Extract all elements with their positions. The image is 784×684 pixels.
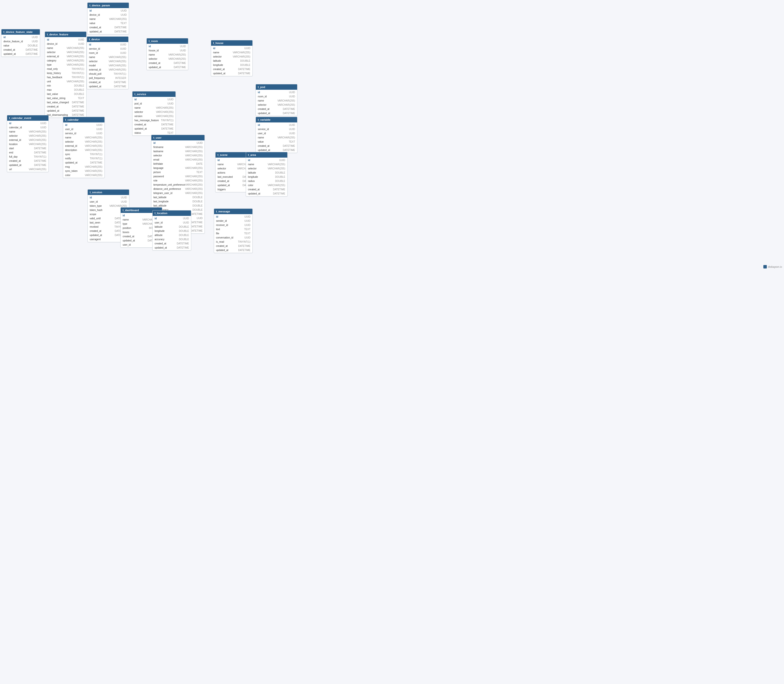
- table-row: created_atDATETIME: [256, 107, 297, 111]
- table-row: updated_atDATETIME: [132, 127, 175, 131]
- table-row: idUUID: [151, 141, 204, 145]
- column-name: user_id: [155, 221, 174, 224]
- column-name: min: [47, 84, 67, 87]
- column-type: VARCHAR(255): [185, 154, 203, 157]
- column-type: VARCHAR(255): [185, 150, 203, 153]
- column-name: name: [149, 53, 168, 56]
- column-name: device_feature_id: [3, 40, 23, 43]
- column-name: updated_at: [216, 248, 236, 252]
- column-name: updated_at: [213, 71, 233, 75]
- table-row: updated_atDATETIME: [45, 109, 86, 113]
- column-type: UUID: [111, 43, 126, 47]
- column-name: name: [89, 55, 109, 59]
- column-name: created_at: [217, 179, 237, 183]
- column-name: sync: [65, 152, 85, 156]
- column-name: updated_at: [258, 111, 277, 115]
- column-type: UUID: [69, 38, 84, 42]
- column-name: house_id: [149, 49, 168, 52]
- table-body-t_house: idUUIDnameVARCHAR(255)selectorVARCHAR(25…: [211, 46, 253, 76]
- column-name: service_id: [65, 132, 85, 135]
- column-name: created_at: [9, 159, 29, 163]
- column-type: UUID: [236, 215, 250, 219]
- column-type: DOUBLE: [174, 237, 189, 241]
- column-name: longitude: [155, 229, 174, 233]
- table-row: selectorVARCHAR(255): [151, 153, 204, 158]
- column-name: password: [153, 174, 173, 178]
- column-type: VARCHAR(255): [277, 99, 295, 103]
- column-name: room_id: [258, 95, 277, 98]
- table-row: selectorVARCHAR(255): [132, 110, 175, 114]
- table-header-t_house: t_house: [211, 40, 253, 46]
- column-type: DOUBLE: [236, 59, 250, 63]
- table-row: longitudeDOUBLE: [211, 63, 253, 67]
- column-type: VARCHAR(255): [233, 55, 250, 58]
- column-type: VARCHAR(255): [85, 169, 103, 173]
- table-row: updated_atDATETIME: [147, 65, 188, 69]
- column-name: name: [65, 136, 85, 139]
- column-type: DATETIME: [236, 244, 250, 248]
- column-type: DOUBLE: [270, 179, 285, 183]
- table-row: altitudeDOUBLE: [153, 233, 191, 237]
- column-name: created_at: [89, 81, 109, 84]
- table-t_device: t_deviceidUUIDservice_idUUIDroom_idUUIDn…: [87, 36, 129, 89]
- table-row: external_idVARCHAR(255): [63, 144, 105, 148]
- table-body-t_location: idUUIDuser_idUUIDlatitudeDOUBLElongitude…: [153, 216, 191, 250]
- column-name: user_id: [90, 200, 109, 203]
- column-name: id: [65, 123, 85, 127]
- column-name: id: [213, 47, 233, 50]
- column-type: VARCHAR(255): [67, 59, 84, 63]
- table-row: has_feedbackTINYINT(1): [45, 75, 86, 79]
- column-type: DOUBLE: [236, 63, 250, 67]
- column-type: TEXT: [236, 227, 250, 231]
- column-type: VARCHAR(255): [268, 167, 285, 170]
- column-type: UUID: [280, 132, 295, 135]
- column-name: actions: [217, 171, 237, 174]
- table-header-t_location: t_location: [153, 210, 191, 216]
- table-t_service: t_serviceidUUIDpod_idUUIDnameVARCHAR(255…: [132, 91, 176, 136]
- column-name: text: [216, 227, 236, 231]
- column-name: last_latitude: [153, 195, 173, 199]
- column-type: UUID: [88, 127, 103, 131]
- column-type: UUID: [88, 132, 103, 135]
- column-type: UUID: [280, 123, 295, 127]
- column-name: created_at: [258, 144, 277, 148]
- table-row: external_idVARCHAR(255): [87, 68, 128, 72]
- column-name: name: [47, 46, 67, 50]
- column-type: UUID: [23, 40, 38, 43]
- column-name: created_at: [134, 123, 154, 126]
- column-name: id: [122, 214, 142, 217]
- table-row: colorVARCHAR(255): [63, 173, 105, 177]
- column-type: UUID: [88, 123, 103, 127]
- column-type: UUID: [32, 126, 47, 129]
- column-name: external_id: [47, 55, 67, 58]
- column-type: DOUBLE: [270, 171, 285, 174]
- column-type: DATETIME: [32, 151, 47, 155]
- column-name: created_at: [149, 61, 168, 65]
- table-row: selectorVARCHAR(255): [147, 57, 188, 61]
- table-row: last_valueDOUBLE: [45, 92, 86, 96]
- table-row: has_message_featureTINYINT(1): [132, 118, 175, 123]
- table-row: latitudeDOUBLE: [246, 171, 287, 175]
- table-row: created_atDATETIME: [132, 123, 175, 127]
- table-row: last_downsamplingDATETIME: [45, 113, 86, 117]
- column-type: VARCHAR(255): [109, 64, 126, 67]
- column-type: DOUBLE: [174, 233, 189, 237]
- column-name: created_at: [122, 235, 142, 238]
- column-type: UUID: [171, 45, 186, 48]
- column-name: device_id: [47, 42, 67, 46]
- column-type: DATETIME: [280, 148, 295, 152]
- column-name: service_id: [258, 127, 277, 131]
- column-name: color: [248, 184, 268, 187]
- column-name: room_id: [89, 51, 109, 55]
- column-type: DATETIME: [111, 81, 126, 84]
- table-row: receiver_idUUID: [214, 223, 253, 227]
- table-t_house: t_houseidUUIDnameVARCHAR(255)selectorVAR…: [211, 40, 253, 76]
- column-name: latitude: [248, 171, 268, 174]
- table-body-t_service: idUUIDpod_idUUIDnameVARCHAR(255)selector…: [132, 97, 175, 136]
- column-type: TINYINT(1): [88, 152, 103, 156]
- column-name: color: [65, 173, 85, 177]
- column-name: selector: [47, 50, 67, 54]
- watermark-icon: [763, 265, 767, 268]
- table-row: nameVARCHAR(255): [256, 136, 297, 140]
- table-row: should_pollTINYINT(1): [87, 72, 128, 76]
